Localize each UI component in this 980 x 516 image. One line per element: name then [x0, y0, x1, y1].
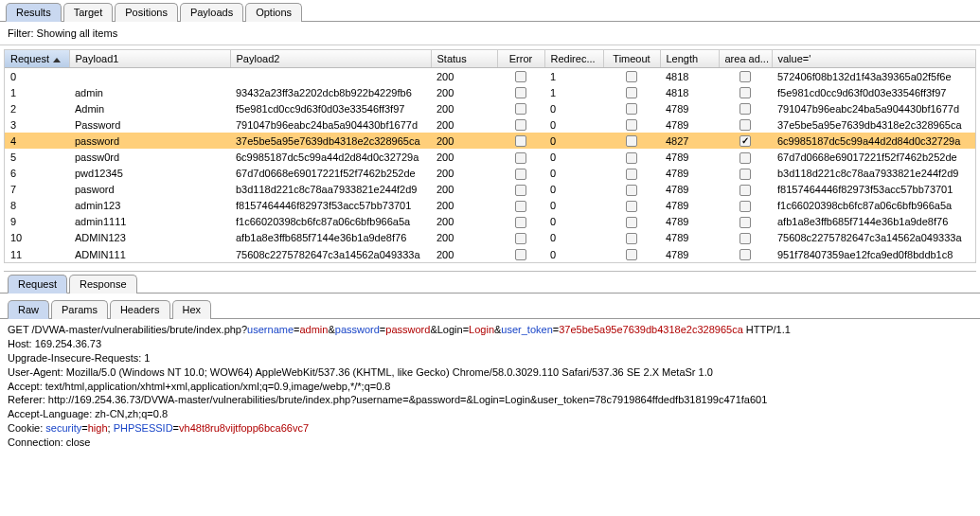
checkbox-icon	[739, 152, 751, 164]
req-resp-tabs: RequestResponse	[0, 272, 980, 294]
checkbox-icon	[739, 201, 751, 212]
request-line: GET /DVWA-master/vulnerabilities/brute/i…	[8, 323, 972, 337]
checkbox-icon	[739, 103, 751, 115]
table-row[interactable]: 1admin93432a23ff3a2202dcb8b922b4229fb620…	[5, 84, 976, 100]
col-value[interactable]: value='	[772, 50, 976, 68]
header-accept: Accept: text/html,application/xhtml+xml,…	[8, 380, 972, 394]
checkbox-icon	[515, 201, 526, 212]
table-row[interactable]: 11ADMIN11175608c2275782647c3a14562a04933…	[5, 246, 976, 262]
checkbox-icon	[626, 249, 637, 260]
checkbox-icon	[626, 169, 637, 180]
checkbox-icon	[626, 201, 637, 212]
checkbox-icon	[739, 249, 751, 260]
tab-request[interactable]: Request	[8, 275, 67, 294]
checkbox-icon	[739, 169, 751, 180]
checkbox-icon	[626, 135, 637, 147]
col-payload1[interactable]: Payload1	[69, 50, 230, 68]
col-status[interactable]: Status	[431, 50, 497, 68]
tab-results[interactable]: Results	[6, 3, 62, 22]
checkbox-icon	[739, 185, 751, 196]
tab-target[interactable]: Target	[63, 3, 114, 22]
checkbox-icon	[515, 233, 526, 244]
results-table: RequestPayload1Payload2StatusErrorRedire…	[4, 49, 976, 263]
tab-payloads[interactable]: Payloads	[180, 3, 243, 22]
header-accept-language: Accept-Language: zh-CN,zh;q=0.8	[8, 407, 972, 421]
table-row[interactable]: 5passw0rd6c9985187dc5c99a44d2d84d0c32729…	[5, 149, 976, 165]
checkbox-icon	[515, 135, 526, 147]
checkbox-icon	[515, 119, 526, 131]
tab-hex[interactable]: Hex	[172, 300, 212, 319]
col-timeout[interactable]: Timeout	[603, 50, 660, 68]
checkbox-icon	[626, 152, 637, 164]
col-payload2[interactable]: Payload2	[230, 50, 431, 68]
checkbox-icon	[626, 185, 637, 196]
tab-response[interactable]: Response	[69, 275, 137, 294]
main-tab-bar: ResultsTargetPositionsPayloadsOptions	[0, 0, 980, 22]
checkbox-icon	[626, 233, 637, 244]
col-request[interactable]: Request	[5, 50, 69, 68]
table-row[interactable]: 4password37e5be5a95e7639db4318e2c328965c…	[5, 133, 976, 149]
table-row[interactable]: 9admin1111f1c66020398cb6fc87a06c6bfb966a…	[5, 214, 976, 230]
checkbox-icon	[739, 217, 751, 228]
checkbox-icon	[515, 152, 526, 164]
table-row[interactable]: 7paswordb3d118d221c8c78aa7933821e244f2d9…	[5, 182, 976, 198]
col-error[interactable]: Error	[497, 50, 544, 68]
header-cookie: Cookie: security=high; PHPSESSID=vh48t8r…	[8, 421, 972, 436]
table-header-row: RequestPayload1Payload2StatusErrorRedire…	[5, 50, 976, 68]
checkbox-icon	[515, 71, 526, 82]
checkbox-icon	[626, 103, 637, 115]
checkbox-icon	[626, 217, 637, 228]
table-row[interactable]: 8admin123f8157464446f82973f53acc57bb7370…	[5, 198, 976, 214]
header-connection: Connection: close	[8, 436, 972, 450]
table-row[interactable]: 6pwd1234567d7d0668e69017221f52f7462b252d…	[5, 166, 976, 182]
checkbox-icon	[515, 249, 526, 260]
checkbox-icon	[626, 71, 637, 82]
table-row[interactable]: 10ADMIN123afb1a8e3ffb685f7144e36b1a9de8f…	[5, 230, 976, 246]
checkbox-icon	[515, 87, 526, 98]
raw-view-tabs: RawParamsHeadersHex	[0, 297, 980, 319]
header-referer: Referer: http://169.254.36.73/DVWA-maste…	[8, 393, 972, 407]
col-redirec[interactable]: Redirec...	[544, 50, 603, 68]
table-row[interactable]: 3Password791047b96eabc24ba5a904430bf1677…	[5, 116, 976, 133]
raw-request-panel[interactable]: GET /DVWA-master/vulnerabilities/brute/i…	[0, 319, 980, 454]
checkbox-icon	[626, 87, 637, 98]
tab-raw[interactable]: Raw	[8, 300, 49, 319]
checkbox-icon	[739, 87, 751, 98]
checkbox-icon	[515, 169, 526, 180]
checkbox-icon	[626, 119, 637, 131]
table-row[interactable]: 2Adminf5e981cd0cc9d63f0d03e33546ff3f9720…	[5, 100, 976, 116]
table-row[interactable]: 020014818572406f08b132d1f43a39365a02f5f6…	[5, 68, 976, 85]
checkbox-icon	[739, 135, 751, 147]
col-length[interactable]: Length	[660, 50, 719, 68]
tab-params[interactable]: Params	[51, 300, 108, 319]
filter-line[interactable]: Filter: Showing all items	[0, 22, 980, 45]
checkbox-icon	[515, 185, 526, 196]
checkbox-icon	[515, 217, 526, 228]
checkbox-icon	[739, 71, 751, 82]
col-areaad[interactable]: area ad...	[719, 50, 772, 68]
checkbox-icon	[739, 119, 751, 131]
tab-positions[interactable]: Positions	[115, 3, 178, 22]
header-upgrade: Upgrade-Insecure-Requests: 1	[8, 351, 972, 365]
tab-headers[interactable]: Headers	[110, 300, 170, 319]
tab-options[interactable]: Options	[245, 3, 302, 22]
checkbox-icon	[515, 103, 526, 115]
sort-asc-icon	[53, 58, 61, 62]
checkbox-icon	[739, 233, 751, 244]
header-host: Host: 169.254.36.73	[8, 337, 972, 351]
header-ua: User-Agent: Mozilla/5.0 (Windows NT 10.0…	[8, 365, 972, 380]
